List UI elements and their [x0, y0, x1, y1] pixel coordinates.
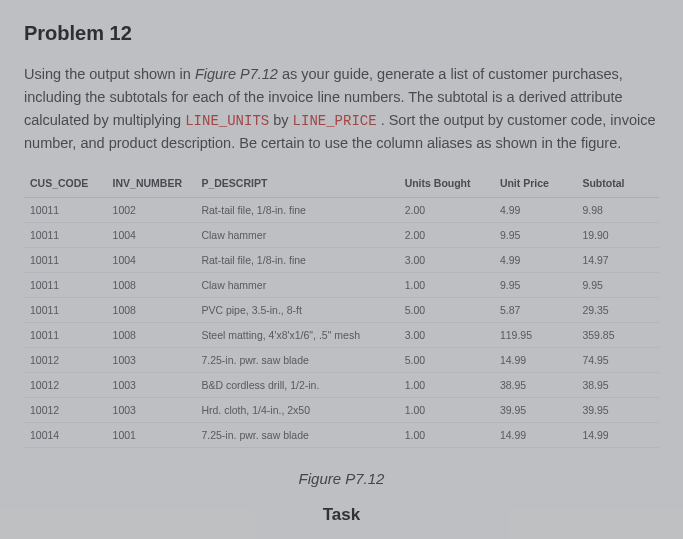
table-header-row: CUS_CODE INV_NUMBER P_DESCRIPT Units Bou…	[24, 169, 659, 198]
col-header-units: Units Bought	[399, 169, 494, 198]
cell-cus: 10011	[24, 297, 107, 322]
cell-cus: 10012	[24, 347, 107, 372]
cell-units: 3.00	[399, 247, 494, 272]
table-row: 100111004Claw hammer2.009.9519.90	[24, 222, 659, 247]
cell-inv: 1004	[107, 247, 196, 272]
cell-inv: 1004	[107, 222, 196, 247]
cell-units: 1.00	[399, 372, 494, 397]
prompt-text: by	[269, 112, 292, 128]
cell-price: 9.95	[494, 222, 577, 247]
cell-price: 39.95	[494, 397, 577, 422]
cell-units: 2.00	[399, 197, 494, 222]
cell-cus: 10011	[24, 322, 107, 347]
cell-price: 14.99	[494, 347, 577, 372]
cell-cus: 10011	[24, 222, 107, 247]
cell-sub: 9.95	[576, 272, 659, 297]
table-row: 100111008Steel matting, 4'x8'x1/6", .5" …	[24, 322, 659, 347]
cell-inv: 1008	[107, 272, 196, 297]
results-table: CUS_CODE INV_NUMBER P_DESCRIPT Units Bou…	[24, 169, 659, 448]
table-row: 100111008PVC pipe, 3.5-in., 8-ft5.005.87…	[24, 297, 659, 322]
cell-units: 5.00	[399, 347, 494, 372]
cell-price: 5.87	[494, 297, 577, 322]
cell-inv: 1003	[107, 347, 196, 372]
table-row: 1001210037.25-in. pwr. saw blade5.0014.9…	[24, 347, 659, 372]
cell-cus: 10011	[24, 272, 107, 297]
table-row: 100121003Hrd. cloth, 1/4-in., 2x501.0039…	[24, 397, 659, 422]
cell-price: 4.99	[494, 247, 577, 272]
cell-desc: Steel matting, 4'x8'x1/6", .5" mesh	[195, 322, 398, 347]
page-content: Problem 12 Using the output shown in Fig…	[0, 0, 683, 525]
cell-desc: PVC pipe, 3.5-in., 8-ft	[195, 297, 398, 322]
cell-cus: 10011	[24, 197, 107, 222]
prompt-text: Using the output shown in	[24, 66, 195, 82]
code-line-price: LINE_PRICE	[293, 113, 377, 129]
cell-units: 1.00	[399, 397, 494, 422]
cell-sub: 38.95	[576, 372, 659, 397]
cell-sub: 359.85	[576, 322, 659, 347]
col-header-desc: P_DESCRIPT	[195, 169, 398, 198]
cell-price: 38.95	[494, 372, 577, 397]
cell-sub: 14.97	[576, 247, 659, 272]
cell-units: 1.00	[399, 422, 494, 447]
cell-units: 5.00	[399, 297, 494, 322]
cell-price: 9.95	[494, 272, 577, 297]
col-header-cus: CUS_CODE	[24, 169, 107, 198]
cell-cus: 10014	[24, 422, 107, 447]
figure-reference: Figure P7.12	[195, 66, 278, 82]
cell-sub: 29.35	[576, 297, 659, 322]
cell-desc: Rat-tail file, 1/8-in. fine	[195, 197, 398, 222]
cell-desc: 7.25-in. pwr. saw blade	[195, 422, 398, 447]
col-header-price: Unit Price	[494, 169, 577, 198]
cell-cus: 10012	[24, 372, 107, 397]
cell-inv: 1002	[107, 197, 196, 222]
table-row: 100121003B&D cordless drill, 1/2-in.1.00…	[24, 372, 659, 397]
problem-title: Problem 12	[24, 22, 659, 45]
cell-desc: Claw hammer	[195, 222, 398, 247]
cell-desc: 7.25-in. pwr. saw blade	[195, 347, 398, 372]
cell-sub: 39.95	[576, 397, 659, 422]
cell-units: 2.00	[399, 222, 494, 247]
table-row: 100111002Rat-tail file, 1/8-in. fine2.00…	[24, 197, 659, 222]
cell-inv: 1008	[107, 297, 196, 322]
cell-units: 3.00	[399, 322, 494, 347]
cell-sub: 9.98	[576, 197, 659, 222]
cell-inv: 1008	[107, 322, 196, 347]
cell-price: 119.95	[494, 322, 577, 347]
cell-cus: 10011	[24, 247, 107, 272]
cell-desc: Hrd. cloth, 1/4-in., 2x50	[195, 397, 398, 422]
cell-sub: 19.90	[576, 222, 659, 247]
cell-price: 14.99	[494, 422, 577, 447]
table-row: 100111004Rat-tail file, 1/8-in. fine3.00…	[24, 247, 659, 272]
problem-prompt: Using the output shown in Figure P7.12 a…	[24, 63, 659, 155]
cell-desc: B&D cordless drill, 1/2-in.	[195, 372, 398, 397]
cell-inv: 1001	[107, 422, 196, 447]
cell-sub: 74.95	[576, 347, 659, 372]
table-row: 100111008Claw hammer1.009.959.95	[24, 272, 659, 297]
cell-desc: Rat-tail file, 1/8-in. fine	[195, 247, 398, 272]
cell-units: 1.00	[399, 272, 494, 297]
task-heading: Task	[24, 505, 659, 525]
code-line-units: LINE_UNITS	[185, 113, 269, 129]
table-row: 1001410017.25-in. pwr. saw blade1.0014.9…	[24, 422, 659, 447]
cell-inv: 1003	[107, 397, 196, 422]
cell-price: 4.99	[494, 197, 577, 222]
cell-sub: 14.99	[576, 422, 659, 447]
cell-cus: 10012	[24, 397, 107, 422]
figure-caption: Figure P7.12	[24, 470, 659, 487]
cell-desc: Claw hammer	[195, 272, 398, 297]
cell-inv: 1003	[107, 372, 196, 397]
col-header-sub: Subtotal	[576, 169, 659, 198]
col-header-inv: INV_NUMBER	[107, 169, 196, 198]
